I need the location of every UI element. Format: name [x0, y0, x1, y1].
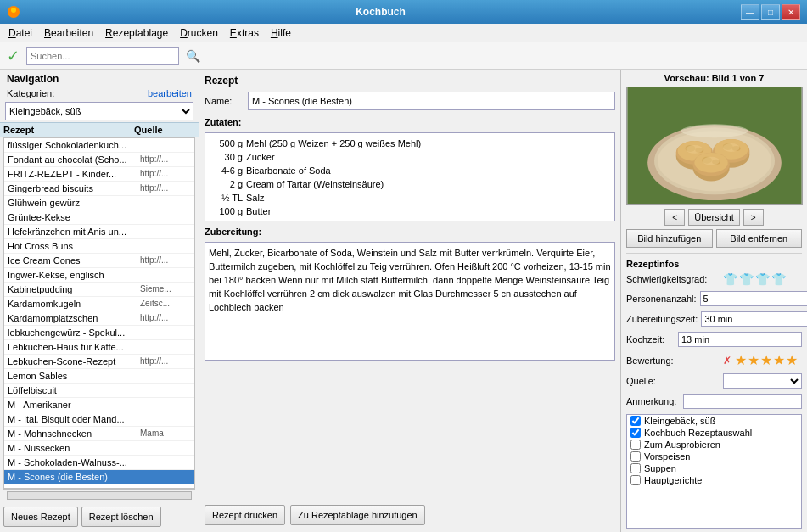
- list-item[interactable]: Löffelbiscuit: [4, 384, 194, 398]
- hscroll-thumb[interactable]: [7, 491, 192, 500]
- kategorie-checkbox[interactable]: [630, 451, 641, 462]
- kategorie-checkboxes[interactable]: Kleingebäck, süßKochbuch RezeptauswahlZu…: [626, 414, 802, 529]
- quelle-label: Quelle:: [626, 376, 720, 386]
- bild-hinzufugen-button[interactable]: Bild hinzufügen: [626, 229, 713, 248]
- cancel-star-icon: ✗: [723, 355, 731, 367]
- kategorie-item[interactable]: Zum Ausprobieren: [627, 439, 801, 451]
- kategorie-item[interactable]: Kochbuch Rezeptauswahl: [627, 427, 801, 439]
- menu-hilfe[interactable]: Hilfe: [266, 25, 296, 41]
- kategorie-checkbox[interactable]: [630, 428, 641, 438]
- close-button[interactable]: ✕: [782, 4, 800, 20]
- menu-extras[interactable]: Extras: [225, 25, 264, 41]
- maximize-button[interactable]: □: [761, 4, 780, 20]
- list-item[interactable]: lebkuchengewürz - Spekul...: [4, 326, 194, 340]
- recipe-list[interactable]: flüssiger Schokoladenkuch...Fondant au c…: [3, 137, 195, 489]
- list-item[interactable]: Lebkuchen-Haus für Kaffe...: [4, 340, 194, 355]
- recipe-source: Mama: [140, 428, 191, 439]
- list-item[interactable]: M - Ital. Bisquit oder Mand...: [4, 412, 194, 427]
- quelle-select[interactable]: [723, 373, 802, 389]
- recipe-name: Hefekränzchen mit Anis un...: [8, 227, 140, 237]
- title-bar-left: [7, 5, 20, 19]
- zubereitung-input[interactable]: [701, 311, 807, 327]
- personen-input[interactable]: [700, 291, 807, 306]
- list-item[interactable]: M - Schokoladen-Walnuss-...: [4, 456, 194, 470]
- menu-rezeptablage[interactable]: Rezeptablage: [100, 25, 173, 41]
- recipe-name: Hot Cross Buns: [8, 241, 140, 251]
- kategorie-item[interactable]: Vorspeisen: [627, 451, 801, 462]
- kategorie-checkbox[interactable]: [630, 416, 641, 426]
- list-item[interactable]: Kardamomplatzschenhttp://...: [4, 311, 194, 326]
- list-item[interactable]: Glühwein-gewürz: [4, 196, 194, 210]
- recipe-name: Glühwein-gewürz: [8, 198, 140, 208]
- kategorie-item[interactable]: Hauptgerichte: [627, 474, 801, 486]
- list-item[interactable]: KabinetpuddingSieme...: [4, 283, 194, 297]
- vorschau-label: Vorschau: Bild 1 von 7: [626, 73, 802, 83]
- list-item[interactable]: Hot Cross Buns: [4, 239, 194, 254]
- ingredients-box[interactable]: 500 gMehl (250 g Weizen + 250 g weißes M…: [205, 132, 615, 221]
- quelle-row: Quelle:: [626, 373, 802, 389]
- list-item[interactable]: FRITZ-REZEPT - Kinder...http://...: [4, 167, 194, 182]
- list-item[interactable]: Ingwer-Kekse, englisch: [4, 268, 194, 283]
- ubersicht-button[interactable]: Übersicht: [688, 209, 739, 226]
- list-item[interactable]: M - MohnschneckenMama: [4, 427, 194, 441]
- list-item[interactable]: Grüntee-Kekse: [4, 210, 194, 225]
- ingredient-row: 500 gMehl (250 g Weizen + 250 g weißes M…: [209, 137, 611, 150]
- bearbeiten-link[interactable]: bearbeiten: [148, 88, 192, 98]
- menu-drucken[interactable]: Drucken: [175, 25, 223, 41]
- list-item[interactable]: Lebkuchen-Scone-Rezepthttp://...: [4, 355, 194, 369]
- list-item[interactable]: Lemon Sables: [4, 369, 194, 384]
- recipe-name: M - Ital. Bisquit oder Mand...: [8, 414, 140, 424]
- recipe-name: Ingwer-Kekse, englisch: [8, 270, 140, 280]
- star-rating[interactable]: ★ ★ ★ ★ ★: [735, 352, 798, 368]
- kategorie-select[interactable]: Kleingebäck, süß: [5, 102, 193, 120]
- star-1[interactable]: ★: [735, 352, 747, 368]
- ing-amount: 2 g: [209, 177, 243, 191]
- star-2[interactable]: ★: [748, 352, 759, 368]
- next-image-button[interactable]: >: [743, 209, 764, 226]
- rezept-drucken-button[interactable]: Rezept drucken: [205, 505, 285, 525]
- schwierigkeit-row: Schwierigkeitsgrad: 👕 👕 👕 👕: [626, 272, 802, 286]
- list-item[interactable]: Fondant au chocolat (Scho...http://...: [4, 153, 194, 167]
- list-item[interactable]: KardamomkugelnZeitsc...: [4, 297, 194, 311]
- list-item[interactable]: M - Nussecken: [4, 441, 194, 456]
- minimize-button[interactable]: —: [741, 4, 759, 20]
- kategorie-item[interactable]: Suppen: [627, 462, 801, 474]
- list-item[interactable]: Ice Cream Coneshttp://...: [4, 254, 194, 268]
- instructions-box[interactable]: Mehl, Zucker, Bicarbonate of Soda, Weins…: [205, 242, 615, 361]
- bild-entfernen-button[interactable]: Bild entfernen: [716, 229, 803, 248]
- kategorie-checkbox[interactable]: [630, 463, 641, 473]
- list-item[interactable]: Hefekränzchen mit Anis un...: [4, 225, 194, 239]
- recipe-source: Sieme...: [140, 284, 191, 294]
- zu-rezeptablage-button[interactable]: Zu Rezeptablage hinzufügen: [290, 505, 425, 525]
- star-4[interactable]: ★: [773, 352, 785, 368]
- recipe-name: Lemon Sables: [8, 371, 140, 381]
- menu-bearbeiten[interactable]: Bearbeiten: [39, 25, 98, 41]
- horizontal-scrollbar[interactable]: [3, 489, 195, 501]
- anmerkung-input[interactable]: [683, 394, 802, 409]
- star-5[interactable]: ★: [786, 352, 798, 368]
- rezept-loschen-button[interactable]: Rezept löschen: [81, 507, 161, 527]
- list-item[interactable]: M - Amerikaner: [4, 398, 194, 412]
- recipe-name: Kardamomkugeln: [8, 299, 140, 309]
- list-item[interactable]: Gingerbread biscuitshttp://...: [4, 182, 194, 196]
- list-item[interactable]: M - Scones (die Besten): [4, 470, 194, 484]
- neues-rezept-button[interactable]: Neues Rezept: [3, 507, 78, 527]
- prev-image-button[interactable]: <: [664, 209, 685, 226]
- recipe-name: FRITZ-REZEPT - Kinder...: [8, 169, 140, 179]
- name-input[interactable]: [248, 92, 615, 110]
- star-3[interactable]: ★: [760, 352, 772, 368]
- menu-datei[interactable]: Datei: [3, 25, 37, 41]
- ing-name: Mehl (250 g Weizen + 250 g weißes Mehl): [246, 137, 611, 150]
- search-input[interactable]: [26, 47, 179, 65]
- kategorie-checkbox[interactable]: [630, 475, 641, 485]
- app-icon: [7, 5, 20, 19]
- kategorie-checkbox[interactable]: [630, 440, 641, 450]
- ing-amount: 500 g: [209, 137, 243, 150]
- kochzeit-input[interactable]: [678, 332, 802, 347]
- list-item[interactable]: flüssiger Schokoladenkuch...: [4, 138, 194, 153]
- kategorie-item[interactable]: Kleingebäck, süß: [627, 415, 801, 427]
- recipe-source: [140, 241, 191, 251]
- kategorie-row: Kategorien: bearbeiten: [0, 87, 199, 100]
- svg-point-21: [686, 145, 703, 154]
- ing-amount: ½ TL: [209, 191, 243, 204]
